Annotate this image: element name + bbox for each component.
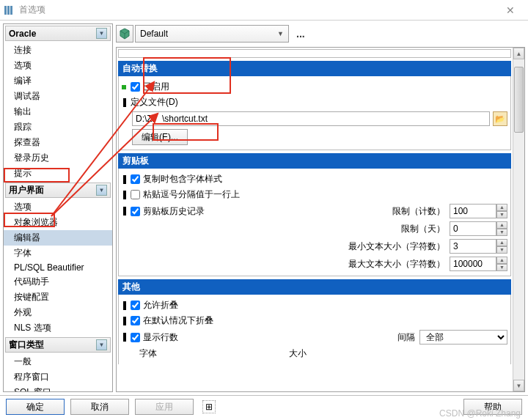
sidebar-item[interactable]: 输出 [4,104,112,119]
sidebar-item-editor[interactable]: 编辑器 [4,230,112,246]
sidebar-item[interactable]: PL/SQL Beautifier [4,261,112,274]
max-chars-input[interactable] [450,257,496,271]
sidebar-item[interactable]: 探查器 [4,135,112,150]
enable-checkbox[interactable]: 已启用 [131,81,169,93]
window-title: 首选项 [19,4,45,16]
spinner[interactable]: ▲▼ [496,221,507,236]
fold-by-default-checkbox[interactable]: 在默认情况下折叠 [131,314,213,327]
chevron-down-icon[interactable]: ▼ [96,28,107,39]
sidebar-item[interactable]: 提示 [4,166,112,181]
sidebar: Oracle ▼ 连接 选项 编译 调试器 输出 跟踪 探查器 登录历史 提示 … [3,23,113,392]
ok-button[interactable]: 确定 [6,399,65,415]
scroll-down-icon[interactable]: ▼ [513,380,524,391]
sidebar-item[interactable]: 调试器 [4,89,112,104]
limit-count-input[interactable] [450,204,496,218]
limit-days-input[interactable] [450,221,496,236]
sidebar-item[interactable]: 按键配置 [4,290,112,305]
svg-rect-0 [4,6,7,15]
spinner[interactable]: ▲▼ [496,239,507,254]
section-header-other: 其他 [118,279,511,295]
chevron-down-icon: ▼ [277,30,284,37]
more-button[interactable]: ... [293,28,308,40]
cancel-button[interactable]: 取消 [70,399,129,415]
status-dot-icon [122,85,126,89]
sidebar-item[interactable]: 字体 [4,246,112,261]
apply-button[interactable]: 应用 [135,399,194,415]
spinner[interactable]: ▲▼ [496,204,507,218]
scrollbar[interactable]: ▲ ▼ [513,48,524,391]
paste-csv-oneline-checkbox[interactable]: 粘贴逗号分隔值于一行上 [131,188,240,201]
titlebar: 首选项 ✕ [0,0,528,21]
section-header-autoreplace: 自动替换 [118,61,511,76]
sidebar-item[interactable]: SQL 窗口 [4,385,112,392]
profile-icon-button[interactable] [116,25,133,43]
row-enable-autoreplace: 已启用 [122,79,507,95]
profile-dropdown[interactable]: Default ▼ [135,25,289,43]
close-icon[interactable]: ✕ [496,4,525,16]
edit-button[interactable]: 编辑(E)... [132,129,188,145]
sidebar-item[interactable]: 一般 [4,354,112,369]
sidebar-item[interactable]: 程序窗口 [4,369,112,385]
sidebar-item[interactable]: 编译 [4,73,112,89]
min-chars-input[interactable] [450,239,496,254]
svg-rect-1 [7,6,10,15]
folder-icon[interactable]: 📂 [493,111,507,126]
chevron-down-icon[interactable]: ▼ [96,339,107,350]
copy-with-style-checkbox[interactable]: 复制时包含字体样式 [131,173,222,185]
sidebar-item[interactable]: NLS 选项 [4,320,112,336]
sidebar-item[interactable]: 登录历史 [4,150,112,166]
scroll-up-icon[interactable]: ▲ [513,48,524,59]
settings-panel: 自动替换 已启用 定义文件(D) 📂 编 [117,48,513,391]
sidebar-item[interactable]: 跟踪 [4,119,112,135]
toolbar: Default ▼ ... [116,23,525,44]
show-linenum-checkbox[interactable]: 显示行数 [131,331,178,344]
defs-label: 定义文件(D) [131,96,178,108]
sidebar-item[interactable]: 选项 [4,199,112,215]
sidebar-item[interactable]: 代码助手 [4,274,112,290]
section-header-clipboard: 剪贴板 [118,153,511,169]
svg-rect-2 [10,6,12,15]
definitions-path-input[interactable] [132,111,490,126]
cat-oracle-header[interactable]: Oracle ▼ [5,26,111,41]
layout-icon[interactable]: ⊞ [202,400,216,413]
chevron-down-icon[interactable]: ▼ [96,185,107,196]
sidebar-item[interactable]: 选项 [4,58,112,73]
clipboard-history-checkbox[interactable]: 剪贴板历史记录 [131,205,205,218]
allow-folding-checkbox[interactable]: 允许折叠 [131,299,178,312]
sidebar-item[interactable]: 对象浏览器 [4,215,112,230]
spinner[interactable]: ▲▼ [496,257,507,271]
interval-select[interactable]: 全部 [419,330,507,345]
sidebar-item[interactable]: 连接 [4,43,112,58]
cat-windowtype-header[interactable]: 窗口类型 ▼ [5,337,111,353]
sidebar-item[interactable]: 外观 [4,305,112,320]
cat-ui-header[interactable]: 用户界面 ▼ [5,183,111,198]
preferences-icon [3,4,15,16]
help-button[interactable]: 帮助 [463,399,522,415]
footer: 确定 取消 应用 ⊞ 帮助 [0,396,528,418]
